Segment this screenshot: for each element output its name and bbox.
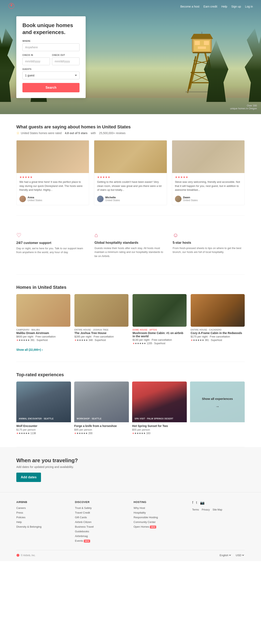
footer-link-hospitality[interactable]: Hospitality: [134, 511, 186, 514]
review-text-3: Steve was very welcoming, friendly and a…: [172, 180, 244, 194]
footer-link-trust[interactable]: Trust & Safety: [75, 506, 128, 510]
become-host-link[interactable]: Become a host: [180, 5, 199, 8]
footer-legal-links: Terms Privacy Site Map: [192, 508, 245, 513]
footer-hosting-col: Hosting Why Host Hospitality Responsible…: [134, 500, 186, 544]
reviewer-info-3: Dawn United States: [183, 196, 198, 202]
checkout-input[interactable]: [52, 58, 80, 65]
footer-link-press[interactable]: Press: [16, 511, 69, 514]
facebook-icon[interactable]: f: [192, 500, 193, 505]
hero-overlay-text: Over 300 unique homes in Oregon: [230, 104, 257, 110]
footer-link-why-host[interactable]: Why Host: [134, 506, 186, 510]
experience-card-1[interactable]: ANIMAL ENCOUNTER · SEATTLE Wolf Encounte…: [16, 382, 71, 437]
language-select[interactable]: English: [219, 554, 232, 557]
feature-1: ♡ 24/7 customer support Day or night, we…: [16, 232, 88, 258]
reviews-title: What guests are saying about homes in Un…: [16, 124, 245, 130]
footer-link-responsible[interactable]: Responsible Hosting: [134, 516, 186, 519]
footer-link-gift-cards[interactable]: Gift Cards: [75, 516, 128, 519]
twitter-icon[interactable]: t: [196, 500, 197, 505]
footer-link-community[interactable]: Community Center: [134, 520, 186, 524]
footer-link-guidebooks[interactable]: Guidebooks: [75, 530, 128, 533]
home-card-1[interactable]: CAMPER/RV · MALIBU Malibu Dream Airstrea…: [16, 294, 70, 345]
footer-link-citizen[interactable]: Airbnb Citizen: [75, 520, 128, 524]
footer-discover-col: Discover Trust & Safety Travel Credit Gi…: [75, 500, 128, 544]
footer-link-events[interactable]: Events New: [75, 539, 128, 542]
experience-info-1: Wolf Encounter $175 per person ★★★★★★ 11…: [16, 422, 71, 437]
avatar-1: [19, 196, 26, 202]
hero-title: Book unique homes and experiences.: [23, 22, 80, 36]
footer-link-open-homes[interactable]: Open Homes New: [134, 525, 186, 528]
search-button[interactable]: Search: [23, 83, 80, 92]
checkin-input[interactable]: [23, 58, 50, 65]
home-image-1: [16, 294, 70, 327]
footer-link-travel-credit[interactable]: Travel Credit: [75, 511, 128, 514]
travel-cta-subtitle: Add dates for updated pricing and availa…: [16, 465, 245, 468]
checkin-label: CHECK IN: [23, 54, 50, 56]
add-dates-button[interactable]: Add dates: [16, 472, 41, 482]
show-all-homes-link[interactable]: Show all (22,000+) ›: [16, 348, 43, 351]
checkin-field: CHECK IN: [23, 54, 50, 65]
review-image-3: [172, 140, 244, 173]
currency-select[interactable]: USD: [235, 554, 245, 557]
travel-cta-section: When are you traveling? Add dates for up…: [0, 447, 261, 492]
nav-links: Become a host Earn credit Help Sign up L…: [180, 5, 253, 8]
earn-credit-link[interactable]: Earn credit: [203, 5, 217, 8]
rating-star-icon: ☆: [16, 131, 20, 135]
review-stars-3: ★★★★★: [172, 173, 244, 180]
review-stars-2: ★★★★★: [94, 173, 167, 180]
checkout-label: CHECK OUT: [52, 54, 80, 56]
experience-image-3: SPA VISIT · PALM SPRINGS DESERT: [132, 382, 187, 422]
features-grid: ♡ 24/7 customer support Day or night, we…: [16, 226, 245, 264]
experiences-section: Top-rated experiences ANIMAL ENCOUNTER ·…: [0, 362, 261, 447]
new-badge-homes: New: [150, 526, 156, 528]
avatar-3: [175, 196, 181, 202]
sitemap-link[interactable]: Site Map: [213, 508, 222, 511]
travel-cta-title: When are you traveling?: [16, 457, 245, 464]
arrow-right-icon: →: [215, 404, 219, 409]
footer-copyright: © Airbnb, Inc.: [16, 554, 36, 557]
footer-link-careers[interactable]: Careers: [16, 506, 69, 510]
avatar-2: [97, 196, 104, 202]
footer: Airbnb Careers Press Policies Help Diver…: [0, 492, 261, 561]
review-image-2: [94, 140, 167, 173]
experiences-title: Top-rated experiences: [16, 372, 245, 378]
sign-up-link[interactable]: Sign up: [231, 5, 241, 8]
footer-link-diversity[interactable]: Diversity & Belonging: [16, 525, 69, 528]
experience-overlay-3: SPA VISIT · PALM SPRINGS DESERT: [132, 382, 187, 422]
show-all-experiences-card[interactable]: Show all experiences →: [190, 382, 245, 437]
footer-link-business[interactable]: Business Travel: [75, 525, 128, 528]
experience-overlay-2: WORKSHOP · SEATTLE: [74, 382, 129, 422]
review-card-2: ★★★★★ Getting to the airbnb couldn't hav…: [94, 140, 167, 205]
date-row: CHECK IN CHECK OUT: [23, 54, 80, 65]
review-text-2: Getting to the airbnb couldn't have been…: [94, 180, 167, 194]
instagram-icon[interactable]: 📷: [200, 500, 204, 505]
chevron-right-icon: ›: [42, 348, 43, 351]
svg-rect-15: [198, 46, 206, 49]
where-input[interactable]: [23, 44, 80, 51]
logo[interactable]: [8, 3, 15, 10]
search-box: Book unique homes and experiences. WHERE…: [16, 16, 86, 98]
footer-social-links: f t 📷: [192, 500, 245, 505]
svg-marker-16: [191, 34, 213, 39]
home-icon: ⌂: [94, 232, 166, 238]
home-image-3: [133, 294, 187, 327]
home-card-4[interactable]: ENTIRE HOUSE · CAZADERO Cozy A-Frame Cab…: [191, 294, 245, 345]
experience-card-3[interactable]: SPA VISIT · PALM SPRINGS DESERT Hot Spri…: [132, 382, 187, 437]
checkout-field: CHECK OUT: [52, 54, 80, 65]
privacy-link[interactable]: Privacy: [202, 508, 210, 511]
footer-link-policies[interactable]: Policies: [16, 516, 69, 519]
experience-info-2: Forge a knife from a horseshoe $95 per p…: [74, 422, 129, 437]
footer-link-magazine[interactable]: Airbnbmag: [75, 534, 128, 538]
show-all-experiences-overlay: Show all experiences →: [190, 382, 245, 422]
home-image-2: [74, 294, 128, 327]
footer-link-help[interactable]: Help: [16, 520, 69, 524]
heart-icon: ♡: [16, 232, 88, 239]
guests-select[interactable]: 1 guest: [23, 72, 80, 79]
reviewer-info-1: Anna United States: [28, 196, 42, 202]
terms-link[interactable]: Terms: [192, 508, 199, 511]
experience-card-2[interactable]: WORKSHOP · SEATTLE Forge a knife from a …: [74, 382, 129, 437]
home-image-4: [191, 294, 245, 327]
home-card-2[interactable]: ENTIRE HOUSE · JOSHUA TREE The Joshua Tr…: [74, 294, 128, 345]
home-card-3[interactable]: DOME HOUSE · APTOS Mushroom Dome Cabin: …: [133, 294, 187, 345]
help-link[interactable]: Help: [221, 5, 227, 8]
log-in-link[interactable]: Log in: [245, 5, 253, 8]
